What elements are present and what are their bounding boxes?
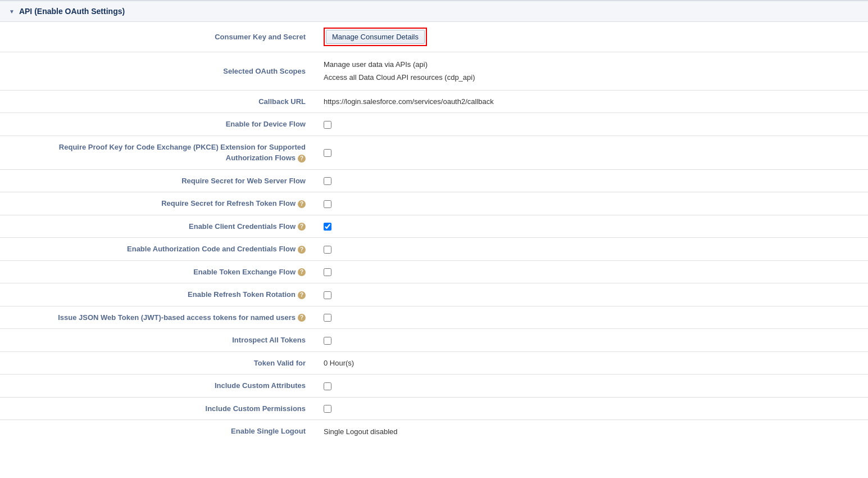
help-icon-jwt-tokens[interactable]: ? [298, 314, 306, 322]
row-device-flow: Enable for Device Flow [0, 113, 868, 136]
checkbox-client-credentials[interactable] [324, 223, 331, 231]
label-token-valid: Token Valid for [0, 351, 315, 375]
row-single-logout: Enable Single LogoutSingle Logout disabl… [0, 420, 868, 443]
section-title: API (Enable OAuth Settings) [19, 7, 125, 16]
manage-btn-wrapper: Manage Consumer Details [324, 28, 427, 46]
page-container: ▼ API (Enable OAuth Settings) Consumer K… [0, 0, 868, 478]
checkbox-jwt-tokens[interactable] [324, 314, 331, 322]
row-refresh-token-rotation: Enable Refresh Token Rotation? [0, 283, 868, 306]
label-refresh-token-rotation: Enable Refresh Token Rotation? [0, 283, 315, 306]
row-custom-attributes: Include Custom Attributes [0, 375, 868, 398]
label-custom-attributes: Include Custom Attributes [0, 375, 315, 398]
row-consumer-key: Consumer Key and SecretManage Consumer D… [0, 22, 868, 52]
text-value-token-valid: 0 Hour(s) [324, 359, 354, 367]
value-client-credentials[interactable] [315, 215, 868, 238]
value-custom-attributes[interactable] [315, 375, 868, 398]
label-custom-permissions: Include Custom Permissions [0, 397, 315, 420]
help-icon-client-credentials[interactable]: ? [298, 223, 306, 231]
row-oauth-scopes: Selected OAuth ScopesManage user data vi… [0, 52, 868, 91]
value-auth-code-credentials[interactable] [315, 238, 868, 261]
label-oauth-scopes: Selected OAuth Scopes [0, 52, 315, 91]
value-secret-refresh-token[interactable] [315, 192, 868, 215]
value-token-exchange[interactable] [315, 260, 868, 283]
checkbox-refresh-token-rotation[interactable] [324, 291, 331, 299]
value-callback-url: https://login.salesforce.com/services/oa… [315, 90, 868, 113]
checkbox-pkce[interactable] [324, 149, 331, 157]
row-auth-code-credentials: Enable Authorization Code and Credential… [0, 238, 868, 261]
oauth-scope-item: Access all Data Cloud API resources (cdp… [324, 71, 859, 84]
checkbox-secret-refresh-token[interactable] [324, 200, 331, 208]
value-pkce[interactable] [315, 136, 868, 169]
collapse-icon: ▼ [9, 8, 15, 15]
help-icon-auth-code-credentials[interactable]: ? [298, 246, 306, 254]
label-pkce: Require Proof Key for Code Exchange (PKC… [0, 136, 315, 169]
row-token-exchange: Enable Token Exchange Flow? [0, 260, 868, 283]
value-custom-permissions[interactable] [315, 397, 868, 420]
value-consumer-key: Manage Consumer Details [315, 22, 868, 52]
row-secret-web-server: Require Secret for Web Server Flow [0, 169, 868, 192]
label-device-flow: Enable for Device Flow [0, 113, 315, 136]
row-secret-refresh-token: Require Secret for Refresh Token Flow? [0, 192, 868, 215]
value-device-flow[interactable] [315, 113, 868, 136]
value-oauth-scopes: Manage user data via APIs (api)Access al… [315, 52, 868, 91]
manage-consumer-details-button[interactable]: Manage Consumer Details [326, 30, 425, 44]
row-custom-permissions: Include Custom Permissions [0, 397, 868, 420]
row-jwt-tokens: Issue JSON Web Token (JWT)-based access … [0, 306, 868, 329]
checkbox-introspect-tokens[interactable] [324, 337, 331, 345]
row-introspect-tokens: Introspect All Tokens [0, 329, 868, 352]
label-auth-code-credentials: Enable Authorization Code and Credential… [0, 238, 315, 261]
label-secret-web-server: Require Secret for Web Server Flow [0, 169, 315, 192]
value-single-logout: Single Logout disabled [315, 420, 868, 443]
value-introspect-tokens[interactable] [315, 329, 868, 352]
help-icon-secret-refresh-token[interactable]: ? [298, 200, 306, 208]
label-single-logout: Enable Single Logout [0, 420, 315, 443]
value-secret-web-server[interactable] [315, 169, 868, 192]
value-jwt-tokens[interactable] [315, 306, 868, 329]
value-refresh-token-rotation[interactable] [315, 283, 868, 306]
label-secret-refresh-token: Require Secret for Refresh Token Flow? [0, 192, 315, 215]
label-callback-url: Callback URL [0, 90, 315, 113]
form-table: Consumer Key and SecretManage Consumer D… [0, 22, 868, 443]
label-token-exchange: Enable Token Exchange Flow? [0, 260, 315, 283]
checkbox-custom-attributes[interactable] [324, 382, 331, 390]
label-jwt-tokens: Issue JSON Web Token (JWT)-based access … [0, 306, 315, 329]
label-introspect-tokens: Introspect All Tokens [0, 329, 315, 352]
text-value-callback-url: https://login.salesforce.com/services/oa… [324, 97, 494, 106]
section-header[interactable]: ▼ API (Enable OAuth Settings) [0, 1, 868, 22]
text-value-single-logout: Single Logout disabled [324, 427, 398, 436]
help-icon-refresh-token-rotation[interactable]: ? [298, 291, 306, 299]
oauth-scopes-value: Manage user data via APIs (api)Access al… [324, 58, 859, 84]
checkbox-secret-web-server[interactable] [324, 177, 331, 185]
checkbox-device-flow[interactable] [324, 121, 331, 129]
checkbox-token-exchange[interactable] [324, 268, 331, 276]
help-icon-pkce[interactable]: ? [298, 155, 306, 163]
row-client-credentials: Enable Client Credentials Flow? [0, 215, 868, 238]
row-callback-url: Callback URLhttps://login.salesforce.com… [0, 90, 868, 113]
row-token-valid: Token Valid for0 Hour(s) [0, 351, 868, 375]
checkbox-custom-permissions[interactable] [324, 405, 331, 413]
value-token-valid: 0 Hour(s) [315, 351, 868, 375]
label-consumer-key: Consumer Key and Secret [0, 22, 315, 52]
row-pkce: Require Proof Key for Code Exchange (PKC… [0, 136, 868, 169]
checkbox-auth-code-credentials[interactable] [324, 246, 331, 254]
oauth-scope-item: Manage user data via APIs (api) [324, 58, 859, 71]
help-icon-token-exchange[interactable]: ? [298, 268, 306, 276]
label-client-credentials: Enable Client Credentials Flow? [0, 215, 315, 238]
